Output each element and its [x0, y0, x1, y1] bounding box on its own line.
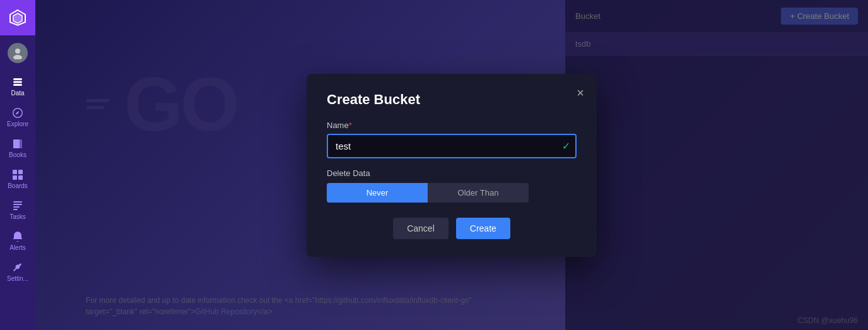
compass-icon — [11, 107, 24, 119]
sidebar-item-alerts[interactable]: Alerts — [0, 225, 35, 256]
boards-icon — [11, 168, 24, 181]
svg-rect-16 — [13, 209, 18, 210]
sidebar-item-explore[interactable]: Explore — [0, 102, 35, 133]
svg-rect-11 — [13, 175, 17, 180]
wrench-icon — [11, 261, 24, 274]
svg-point-3 — [13, 55, 22, 59]
cancel-button[interactable]: Cancel — [393, 218, 449, 239]
sidebar-item-settings-label: Settin... — [7, 275, 28, 282]
delete-data-toggle-group: Never Older Than — [327, 183, 529, 203]
svg-rect-15 — [13, 206, 20, 208]
svg-rect-9 — [13, 170, 17, 174]
sidebar-item-explore-label: Explore — [7, 121, 28, 127]
sidebar-item-books[interactable]: Books — [0, 133, 35, 163]
modal-close-button[interactable]: × — [577, 86, 584, 99]
svg-rect-6 — [13, 84, 22, 86]
name-input-wrap: ✓ — [327, 134, 577, 158]
svg-point-2 — [15, 49, 20, 54]
sidebar-item-boards-label: Boards — [8, 182, 28, 189]
sidebar-item-tasks-label: Tasks — [9, 213, 26, 220]
sidebar-item-boards[interactable]: Boards — [0, 163, 35, 194]
svg-rect-13 — [13, 201, 22, 203]
main-content: GO Bucket + Create Bucket tsdb with syst… — [35, 0, 868, 330]
sidebar-item-alerts-label: Alerts — [9, 244, 26, 251]
svg-rect-4 — [13, 78, 22, 80]
sidebar-item-data[interactable]: Data — [0, 71, 35, 102]
svg-rect-12 — [18, 175, 23, 180]
modal-overlay[interactable]: Create Bucket × Name* ✓ Delete Data Neve… — [35, 0, 868, 330]
user-avatar[interactable] — [8, 43, 28, 63]
create-button[interactable]: Create — [456, 218, 510, 239]
svg-rect-10 — [18, 170, 23, 174]
sidebar-item-tasks[interactable]: Tasks — [0, 194, 35, 225]
sidebar-item-settings[interactable]: Settin... — [0, 256, 35, 287]
sidebar-item-data-label: Data — [11, 90, 24, 97]
sidebar-item-books-label: Books — [9, 151, 26, 158]
svg-rect-5 — [13, 81, 22, 83]
modal-title: Create Bucket — [327, 91, 577, 108]
delete-data-label: Delete Data — [327, 168, 577, 178]
tasks-icon — [11, 199, 24, 212]
older-than-button[interactable]: Older Than — [428, 183, 529, 203]
create-bucket-modal: Create Bucket × Name* ✓ Delete Data Neve… — [307, 74, 597, 257]
name-field-label: Name* — [327, 121, 577, 130]
name-input[interactable] — [327, 134, 577, 158]
avatar-icon — [11, 47, 24, 59]
sidebar: Data Explore Books Boards Tasks — [0, 0, 35, 330]
modal-footer: Cancel Create — [327, 218, 577, 239]
book-icon — [11, 138, 24, 150]
database-icon — [11, 76, 24, 88]
svg-rect-8 — [16, 139, 22, 148]
svg-rect-14 — [13, 204, 22, 205]
influx-logo-icon — [9, 9, 26, 27]
app-logo[interactable] — [0, 0, 35, 35]
bell-icon — [11, 230, 24, 243]
check-icon: ✓ — [562, 140, 570, 152]
svg-marker-1 — [13, 13, 22, 23]
never-button[interactable]: Never — [327, 183, 428, 203]
